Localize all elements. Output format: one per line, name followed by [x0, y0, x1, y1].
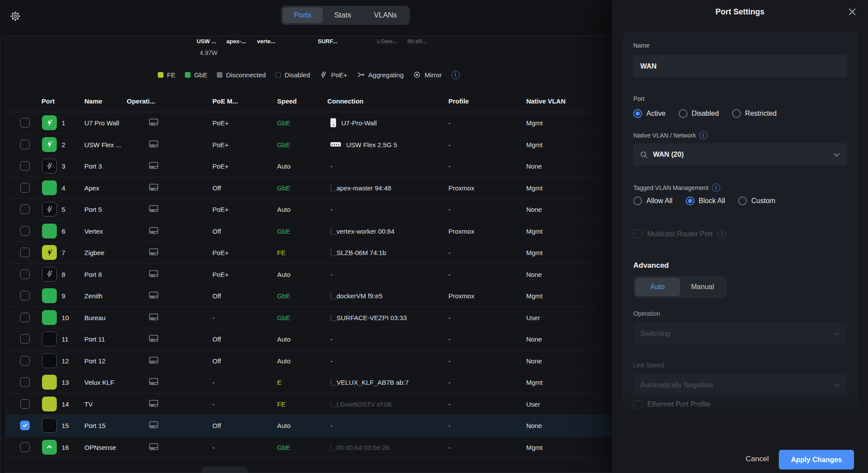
row-checkbox[interactable] — [20, 442, 30, 452]
port-number: 5 — [62, 206, 65, 213]
apply-changes-button[interactable]: Apply Changes — [779, 450, 854, 470]
row-checkbox[interactable] — [20, 183, 30, 193]
settings-gear-icon[interactable] — [10, 10, 21, 22]
table-row[interactable]: 11 Port 11 Off Auto - - None — [6, 328, 612, 350]
port-status-icon — [42, 397, 57, 411]
header-connection[interactable]: Connection — [327, 97, 364, 105]
pagination-button-partial[interactable] — [201, 466, 248, 473]
row-checkbox[interactable] — [20, 248, 30, 257]
table-row[interactable]: 13 Velux KLF - E VELUX_KLF_AB7B ab:7 - M… — [6, 372, 612, 394]
row-checkbox[interactable] — [20, 377, 30, 387]
row-checkbox[interactable] — [20, 334, 30, 344]
row-checkbox[interactable] — [20, 421, 30, 430]
table-row[interactable]: 16 OPNsense - GbE 00:d0:b4:03:be:2b - Mg… — [6, 437, 612, 459]
name-input[interactable]: WAN — [633, 55, 847, 78]
header-native-vlan[interactable]: Native VLAN — [526, 97, 566, 105]
header-name[interactable]: Name — [84, 97, 102, 105]
tagged-vlan-label-text: Tagged VLAN Management — [633, 184, 708, 191]
operation-select: Switching — [633, 322, 847, 345]
connection-device-icon — [330, 379, 331, 386]
search-icon — [640, 151, 648, 159]
tab-ports[interactable]: Ports — [283, 7, 323, 23]
row-checkbox[interactable] — [20, 356, 30, 366]
tab-stats[interactable]: Stats — [323, 7, 363, 23]
row-checkbox[interactable] — [20, 399, 30, 409]
speed-value: GbE — [277, 314, 290, 321]
connection-name: - — [330, 357, 333, 364]
table-row[interactable]: 2 USW Flex ... PoE+ GbE USW Flex 2.5G 5 … — [6, 134, 612, 156]
multicast-checkbox[interactable] — [633, 230, 642, 238]
table-row[interactable]: 15 Port 15 Off Auto - - None — [6, 415, 612, 437]
legend-label: Disabled — [285, 71, 310, 79]
operation-device-icon — [149, 378, 158, 387]
connection-cell: 00:d0:b4:03:be:2b — [330, 443, 389, 451]
poe-mode-value: Off — [212, 184, 221, 191]
connection-name: - — [330, 206, 333, 213]
table-row[interactable]: 7 Zigbee PoE+ FE SLZB-06M 74:1b - Mgmt — [6, 242, 612, 264]
device-label: USW ... — [197, 38, 216, 45]
radio-restricted[interactable]: Restricted — [732, 109, 777, 118]
tagged-vlan-info-icon[interactable]: i — [712, 183, 720, 192]
radio-disabled[interactable]: Disabled — [679, 109, 719, 118]
multicast-info-icon[interactable]: i — [718, 230, 726, 238]
table-row[interactable]: 1 U7 Pro Wall PoE+ GbE U7-Pro-Wall - Mgm… — [6, 112, 612, 134]
table-row[interactable]: 9 Zenith Off GbE dockerVM f9:e5 Proxmox … — [6, 285, 612, 307]
table-row[interactable]: 10 Bureau - GbE SURFACE-VEZPI 03:33 - Us… — [6, 307, 612, 329]
connection-cell: SLZB-06M 74:1b — [330, 249, 386, 256]
native-vlan-select[interactable]: WAN (20) — [633, 143, 847, 166]
cancel-button[interactable]: Cancel — [746, 455, 769, 463]
port-number: 6 — [62, 227, 65, 235]
row-checkbox[interactable] — [20, 313, 30, 322]
native-vlan-info-icon[interactable]: i — [699, 131, 708, 139]
row-checkbox[interactable] — [20, 118, 30, 128]
row-checkbox[interactable] — [20, 291, 30, 300]
connection-cell: USW Flex 2.5G 5 — [330, 141, 397, 148]
radio-custom[interactable]: Custom — [738, 197, 775, 205]
table-row[interactable]: 6 Vertex Off GbE vertex-worker 00:84 Pro… — [6, 221, 612, 242]
legend-info-icon[interactable]: i — [451, 71, 460, 79]
profile-value: Proxmox — [448, 292, 474, 300]
table-row[interactable]: 8 Port 8 PoE+ Auto - - None — [6, 264, 612, 286]
header-operation[interactable]: Operati... — [127, 97, 155, 105]
connection-cell: U7-Pro-Wall — [330, 118, 377, 128]
chevron-down-icon — [833, 332, 840, 336]
native-vlan-value: None — [526, 206, 542, 213]
ethernet-profile-checkbox[interactable] — [633, 400, 642, 409]
port-status-icon — [42, 224, 57, 238]
disabled-square-icon — [275, 72, 281, 78]
device-label: LGwe... — [377, 38, 397, 45]
operation-device-icon — [149, 119, 158, 127]
toggle-auto[interactable]: Auto — [635, 278, 680, 296]
radio-active[interactable]: Active — [633, 109, 666, 118]
connection-cell: - — [330, 162, 333, 170]
connection-name: SURFACE-VEZPI 03:33 — [337, 314, 407, 321]
row-checkbox[interactable] — [20, 204, 30, 214]
header-poe-mode[interactable]: PoE M... — [212, 97, 238, 105]
radio-label: Restricted — [745, 110, 777, 117]
operation-device-icon — [149, 356, 158, 365]
table-row[interactable]: 14 TV - FE LGwebOSTV ef:08 - User — [6, 394, 612, 415]
row-checkbox[interactable] — [20, 140, 30, 149]
header-port[interactable]: Port — [42, 97, 55, 105]
tab-vlans[interactable]: VLANs — [362, 7, 408, 23]
row-checkbox[interactable] — [20, 226, 30, 236]
table-row[interactable]: 5 Port 5 PoE+ Auto - - None — [6, 199, 612, 221]
connection-name: - — [330, 422, 333, 429]
header-profile[interactable]: Profile — [448, 97, 469, 105]
port-status-icon — [42, 353, 57, 368]
operation-device-icon — [149, 443, 158, 451]
header-speed[interactable]: Speed — [277, 97, 297, 105]
radio-block-all[interactable]: Block All — [686, 197, 725, 205]
row-checkbox[interactable] — [20, 161, 30, 171]
port-name: Port 3 — [84, 162, 102, 170]
table-row[interactable]: 12 Port 12 Off Auto - - None — [6, 350, 612, 372]
table-row[interactable]: 3 Port 3 PoE+ Auto - - None — [6, 155, 612, 177]
port-number: 13 — [62, 379, 69, 386]
close-icon[interactable] — [848, 7, 857, 16]
view-tab-group: Ports Stats VLANs — [281, 6, 410, 25]
toggle-manual[interactable]: Manual — [680, 278, 725, 296]
profile-value: - — [448, 422, 451, 429]
table-row[interactable]: 4 Apex Off GbE apex-master 94:48 Proxmox… — [6, 177, 612, 199]
radio-allow-all[interactable]: Allow All — [633, 197, 673, 205]
row-checkbox[interactable] — [20, 269, 30, 279]
